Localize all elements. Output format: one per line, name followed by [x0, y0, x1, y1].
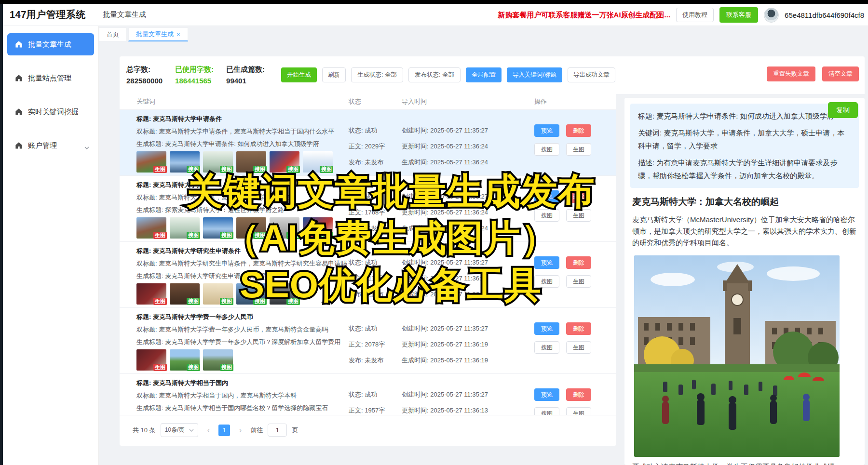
article-thumbnail[interactable]: 搜图: [203, 349, 233, 371]
page-number-button[interactable]: 1: [218, 425, 230, 436]
tutorial-button[interactable]: 使用教程: [676, 8, 714, 22]
row-actions: 预览删除搜图生图: [534, 374, 591, 415]
article-thumbnail[interactable]: 搜图: [203, 217, 233, 239]
article-subtitle: 生成标题: 麦克马斯特大学申请条件: 如何成功进入加拿大顶级学府: [136, 138, 349, 150]
article-thumbnail[interactable]: 生图: [136, 151, 166, 173]
sidebar-item-3[interactable]: 账户管理: [7, 134, 94, 157]
clear-articles-button[interactable]: 清空文章: [822, 66, 859, 81]
table-header: 关键词 状态 导入时间 操作: [120, 94, 616, 110]
app-title: 147用户管理系统: [3, 8, 99, 21]
generate-image-button[interactable]: 生图: [566, 209, 591, 222]
promo-notice[interactable]: 新购套餐用户可联系客服赠送一万张AI原创生成配图...: [498, 11, 671, 20]
preview-button[interactable]: 预览: [534, 190, 559, 203]
thumbnail-badge: 搜图: [253, 298, 267, 305]
generate-image-button[interactable]: 生图: [566, 143, 591, 156]
time-line: 更新时间: 2025-05-27 11:36:21: [402, 270, 534, 286]
delete-button[interactable]: 删除: [566, 388, 591, 401]
goto-page-input[interactable]: [268, 424, 287, 437]
search-image-button[interactable]: 搜图: [534, 407, 559, 415]
delete-button[interactable]: 删除: [566, 190, 591, 203]
tab-label: 首页: [107, 30, 119, 39]
article-thumbnail[interactable]: 搜图: [170, 349, 200, 371]
sidebar-item-label: 账户管理: [28, 141, 57, 150]
search-image-button[interactable]: 搜图: [534, 275, 559, 288]
article-subtitle: 双标题: 麦克马斯特大学申请条件，麦克马斯特大学相当于国内什么水平: [136, 125, 349, 138]
time-line: 创建时间: 2025-05-27 11:35:27: [402, 188, 534, 204]
article-thumbnail[interactable]: 搜图: [236, 217, 266, 239]
contact-support-button[interactable]: 联系客服: [719, 7, 758, 23]
article-thumbnail[interactable]: 生图: [136, 349, 166, 371]
refresh-button[interactable]: 刷新: [322, 67, 346, 82]
thumbnail-badge: 搜图: [187, 166, 200, 173]
table-row-4[interactable]: 标题: 麦克马斯特大学相当于国内双标题: 麦克马斯特大学相当于国内，麦克马斯特大…: [120, 374, 616, 415]
generate-image-button[interactable]: 生图: [566, 407, 591, 415]
stat-label: 已使用字数:: [175, 65, 214, 74]
article-title: 标题: 麦克马斯特大学研究生申请条件: [136, 245, 349, 257]
table-row-0[interactable]: 标题: 麦克马斯特大学申请条件双标题: 麦克马斯特大学申请条件，麦克马斯特大学相…: [120, 110, 616, 176]
copy-button[interactable]: 复制: [828, 102, 858, 118]
publish-status-filter[interactable]: 发布状态: 全部: [408, 67, 461, 82]
article-thumbnail[interactable]: 生图: [136, 283, 166, 305]
article-thumbnail[interactable]: 搜图: [270, 217, 299, 239]
tab-label: 批量文章生成: [136, 30, 174, 39]
sidebar-item-2[interactable]: 实时关键词挖掘: [7, 101, 94, 123]
stats-row: 总字数: 282580000 已使用字数: 186441565 已生成篇数: 9…: [126, 65, 615, 85]
tab-0[interactable]: 首页: [99, 27, 127, 41]
stat-total-words: 总字数: 282580000: [126, 65, 163, 85]
generate-image-button[interactable]: 生图: [566, 275, 591, 288]
status-line: 正文: 2078字: [349, 336, 402, 352]
thumbnail-strip: 生图搜图搜图搜图搜图搜图: [136, 217, 349, 239]
keyword-cell: 标题: 麦克马斯特大学研究生申请条件双标题: 麦克马斯特大学研究生申请条件，麦克…: [120, 242, 349, 307]
article-thumbnail[interactable]: 搜图: [170, 217, 200, 239]
delete-button[interactable]: 删除: [566, 124, 591, 137]
article-thumbnail[interactable]: 搜图: [170, 283, 200, 305]
delete-button[interactable]: 删除: [566, 322, 591, 335]
preview-button[interactable]: 预览: [534, 388, 559, 401]
article-subtitle: 双标题: 麦克马斯特大学学费一年多少人民币，麦克马斯特含金量高吗: [136, 323, 349, 336]
global-config-button[interactable]: 全局配置: [466, 67, 502, 82]
article-thumbnail[interactable]: 搜图: [303, 151, 333, 173]
reset-failed-button[interactable]: 重置失败文章: [767, 66, 815, 81]
article-thumbnail[interactable]: 生图: [136, 217, 166, 239]
page-size-select[interactable]: 10条/页: [161, 423, 199, 437]
article-thumbnail[interactable]: 搜图: [203, 283, 233, 305]
search-image-button[interactable]: 搜图: [534, 143, 559, 156]
import-keywords-button[interactable]: 导入关键词/标题: [507, 67, 562, 82]
table-row-1[interactable]: 标题: 麦克马斯特大学排名双标题: 麦克马斯特大学排名，麦克马斯特大学世界排名生…: [120, 176, 616, 242]
delete-button[interactable]: 删除: [566, 256, 591, 269]
article-thumbnail[interactable]: 搜图: [270, 151, 299, 173]
article-thumbnail[interactable]: 搜图: [203, 151, 233, 173]
thumbnail-badge: 搜图: [220, 166, 233, 173]
user-avatar-icon[interactable]: [764, 8, 779, 23]
sidebar-item-0[interactable]: 批量文章生成: [7, 33, 94, 55]
article-thumbnail[interactable]: 搜图: [170, 151, 200, 173]
article-thumbnail[interactable]: 搜图: [236, 151, 266, 173]
table-row-2[interactable]: 标题: 麦克马斯特大学研究生申请条件双标题: 麦克马斯特大学研究生申请条件，麦克…: [120, 242, 616, 308]
preview-button[interactable]: 预览: [534, 256, 559, 269]
preview-button[interactable]: 预览: [534, 322, 559, 335]
next-page-button[interactable]: ›: [235, 425, 245, 436]
article-thumbnail[interactable]: 搜图: [236, 283, 266, 305]
start-generate-button[interactable]: 开始生成: [281, 67, 317, 82]
breadcrumb: 批量文章生成: [103, 10, 146, 19]
search-image-button[interactable]: 搜图: [534, 209, 559, 222]
generate-image-button[interactable]: 生图: [566, 341, 591, 354]
close-icon[interactable]: ×: [176, 31, 180, 38]
time-line: 生成时间: 2025-05-27 11:36:21: [402, 286, 534, 302]
tab-1[interactable]: 批量文章生成×: [128, 27, 188, 41]
generate-status-filter[interactable]: 生成状态: 全部: [351, 67, 403, 82]
article-thumbnail[interactable]: 搜图: [270, 283, 299, 305]
article-thumbnail[interactable]: 搜图: [303, 217, 333, 239]
prev-page-button[interactable]: ‹: [203, 425, 214, 436]
export-articles-button[interactable]: 导出成功文章: [568, 67, 615, 82]
status-line: 状态: 成功: [349, 320, 402, 336]
status-line: 状态: 成功: [349, 188, 402, 204]
table-row-3[interactable]: 标题: 麦克马斯特大学学费一年多少人民币双标题: 麦克马斯特大学学费一年多少人民…: [120, 308, 616, 374]
sidebar-item-1[interactable]: 批量站点管理: [7, 67, 94, 89]
top-strip: [0, 0, 868, 4]
preview-button[interactable]: 预览: [534, 124, 559, 137]
search-image-button[interactable]: 搜图: [534, 341, 559, 354]
goto-label: 前往: [250, 426, 263, 435]
status-line: 发布: 未发布: [349, 352, 402, 368]
time-line: 更新时间: 2025-05-27 11:36:24: [402, 204, 534, 220]
